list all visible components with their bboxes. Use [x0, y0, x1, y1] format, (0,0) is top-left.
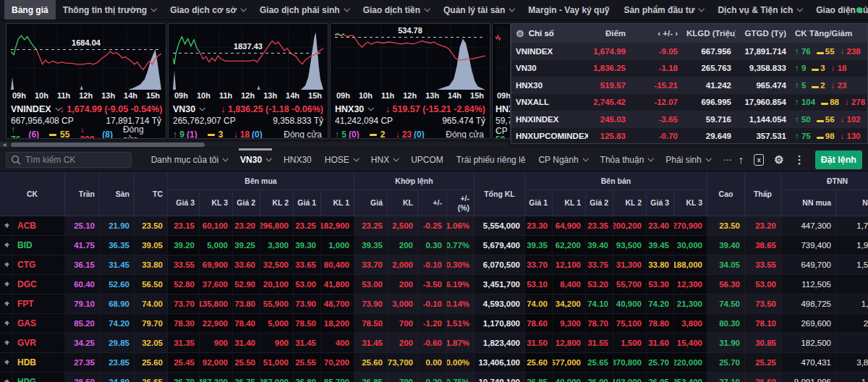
chevron-down-icon — [582, 156, 588, 161]
ticker-symbol: GAS — [13, 314, 65, 333]
main-nav: Bảng giáThông tin thị trườngGiao dịch cơ… — [0, 0, 868, 20]
gear-icon[interactable]: ⚙ — [774, 154, 783, 165]
tab-label: Phái sinh — [665, 155, 701, 165]
scroll-left-button[interactable]: ◀ — [0, 142, 9, 148]
pin-icon[interactable] — [2, 242, 10, 250]
place-order-button[interactable]: Đặt lệnh — [815, 150, 862, 169]
advancers: ↑ 50 — [795, 115, 811, 124]
nav-item-1[interactable]: Thông tin thị trường — [56, 0, 163, 20]
index-row-vnxall[interactable]: VNXALL 2,745.42 -12.07 696.995 17,960.85… — [511, 94, 867, 111]
nav-item-7[interactable]: Sản phẩm đầu tư — [616, 0, 710, 20]
tab-label: CP Ngành — [538, 155, 578, 165]
chart-panel-vnindex[interactable]: 1684.04 09h10h11h12h13h14h15h VNINDEX ↓ … — [6, 23, 166, 139]
tab-label: HNX — [371, 155, 389, 165]
index-row-vn30[interactable]: VN30 1,836.25 -1.18 265.763 9,358.833 ↑ … — [511, 60, 867, 77]
decliners: ↓ 18 (0) — [233, 130, 262, 139]
tab-label: VN30 — [240, 155, 262, 165]
tab-cp-ngành[interactable]: CP Ngành — [532, 148, 593, 171]
tab-phái-sinh[interactable]: Phái sinh — [659, 148, 716, 171]
index-row-hnxupcomindex[interactable]: HNXUPCOMINDEX 125.83 -0.70 29.649 357.53… — [511, 128, 867, 145]
chart-panel-partial[interactable]: 09h HNXINDEX 59,716,000 CP ↑ 50 — [492, 23, 511, 139]
decliners: ↓ 18 — [831, 64, 847, 72]
index-name-dropdown[interactable]: HNXINDEX — [495, 104, 511, 114]
chevron-down-icon — [699, 6, 705, 12]
stock-row-dgc[interactable]: DGC60.4052.6056.5052.8037,60052.9020,100… — [0, 275, 868, 294]
volume-area — [11, 49, 161, 90]
pin-icon[interactable] — [2, 222, 10, 230]
stock-row-hdb[interactable]: HDB27.3523.8525.6025.4592,00025.5051,000… — [0, 353, 868, 373]
pin-icon[interactable] — [2, 320, 10, 328]
pin-icon[interactable] — [2, 281, 10, 289]
gear-icon[interactable]: ⚙ — [516, 28, 524, 39]
stock-row-gvr[interactable]: GVR34.2529.8532.0531.3590031.4090031.454… — [0, 334, 868, 353]
index-volume: 41,242,094 CP — [335, 116, 393, 128]
charts-scrollbar[interactable]: ◀ — [0, 142, 509, 148]
chevron-down-icon — [368, 105, 374, 111]
nav-item-label: Bảng giá — [12, 5, 48, 15]
tab-hose[interactable]: HOSE — [318, 148, 365, 171]
index-row-hnx30[interactable]: HNX30 519.57 -15.21 41.242 965.474 ↑ 5 2… — [511, 77, 867, 94]
session-status: Đóng cửa — [123, 124, 160, 139]
stock-row-ctg[interactable]: CTG36.1531.4533.8033.5569,90033.6032,500… — [0, 255, 868, 275]
pin-icon[interactable] — [2, 378, 10, 382]
chevron-down-icon — [240, 6, 246, 12]
search-input[interactable] — [6, 152, 132, 168]
price-line-red — [36, 49, 161, 69]
time-axis: 09h10h11h12h13h14h15h — [11, 90, 161, 102]
stock-row-hpg[interactable]: HPG28.5024.8026.6526.70487,30026.75287,0… — [0, 373, 868, 382]
index-row-vnindex[interactable]: VNINDEX 1,674.99 -9.05 667.956 17,891.71… — [511, 43, 867, 60]
chart-panel-hnx30[interactable]: 534.78 09h10h11h12h13h14h15h HNX30 ↓ 519… — [330, 23, 490, 139]
chart-panel-vn30[interactable]: 1837.43 09h10h11h12h13h14h15h VN30 ↓ 1,8… — [168, 23, 328, 139]
unchanged: 88 — [821, 98, 839, 106]
nav-item-8[interactable]: Dịch vụ & Tiện ích — [710, 0, 809, 20]
index-name-dropdown[interactable]: VN30 — [173, 104, 204, 114]
index-price: ↓ 1,836.25 (-1.18 -0.06%) — [221, 104, 323, 114]
kebab-menu-icon[interactable]: ⋮ — [794, 154, 805, 165]
excel-export-icon[interactable]: x — [754, 154, 764, 166]
tab-label: Danh mục của tôi — [151, 155, 218, 165]
tab-hnx[interactable]: HNX — [365, 148, 404, 171]
tabs-more-button[interactable]: ⋯ — [717, 148, 739, 171]
table-header: CKTrầnSànTCBên muaGiá 3KL 3Giá 2KL 2Giá … — [0, 171, 868, 216]
unchanged: 3 — [208, 130, 224, 139]
watchlist-toolbar: Danh mục của tôiVN30HNX30HOSEHNXUPCOMTrá… — [0, 148, 868, 171]
tab-danh-mục-của-tôi[interactable]: Danh mục của tôi — [145, 148, 234, 171]
unchanged: 56 — [817, 115, 835, 124]
ticker-symbol: FPT — [13, 294, 65, 313]
pin-icon[interactable] — [2, 339, 10, 347]
tab-vn30[interactable]: VN30 — [234, 148, 277, 171]
tab-hnx30[interactable]: HNX30 — [277, 148, 318, 171]
advancers: ↑ 9 (1) — [173, 130, 197, 139]
nav-item-label: Giao dịch cơ sở — [170, 5, 237, 15]
nav-item-3[interactable]: Giao dịch phái sinh — [252, 0, 356, 20]
reference-line — [173, 53, 323, 54]
tab-upcom[interactable]: UPCOM — [404, 148, 450, 171]
pin-icon[interactable] — [2, 359, 10, 367]
stock-row-gas[interactable]: GAS85.2074.2079.7078.3022,90078.405,0007… — [0, 314, 868, 334]
unchanged: 2 — [812, 81, 825, 90]
nav-item-6[interactable]: Margin - Vay ký quỹ — [521, 0, 616, 20]
index-name-dropdown[interactable]: HNX30 — [335, 104, 373, 114]
nav-item-2[interactable]: Giao dịch cơ sở — [163, 0, 252, 20]
index-row-hnxindex[interactable]: HNXINDEX 245.03 -3.65 59.716 1,144.054 ↑… — [511, 111, 867, 128]
nav-item-label: Giao dịch tiền — [363, 5, 420, 15]
stock-row-bid[interactable]: BID41.7536.3539.0539.205,00039.253,30039… — [0, 236, 868, 255]
pin-icon[interactable] — [2, 261, 10, 269]
stock-row-acb[interactable]: ACB25.1021.9023.5023.1560,10023.20296,80… — [0, 216, 868, 236]
chart-plot: 534.78 — [335, 26, 485, 90]
nav-item-4[interactable]: Giao dịch tiền — [356, 0, 436, 20]
chevron-down-icon — [797, 6, 803, 12]
nav-item-label: Dịch vụ & Tiện ích — [718, 5, 793, 15]
upload-icon[interactable]: ↑ — [739, 154, 744, 165]
stock-row-fpt[interactable]: FPT79.1068.9074.0073.70135,80073.8055,90… — [0, 294, 868, 314]
index-price: ↓ 519.57 (-15.21 -2.84%) — [386, 104, 485, 114]
tab-thỏa-thuận[interactable]: Thỏa thuận — [594, 148, 660, 171]
nav-item-0[interactable]: Bảng giá — [4, 0, 56, 20]
pin-icon[interactable] — [2, 300, 10, 308]
scrollbar-thumb[interactable] — [11, 143, 205, 147]
tab-label: HNX30 — [284, 155, 312, 165]
advance-decline: ↑ 9 (1) 3 ↓ 18 (0) Đóng cửa — [173, 128, 323, 139]
nav-item-5[interactable]: Quản lý tài sản — [436, 0, 521, 20]
tab-trái-phiếu-riêng-lẻ[interactable]: Trái phiếu riêng lẻ — [450, 148, 532, 171]
index-name-dropdown[interactable]: VNINDEX — [11, 104, 60, 114]
